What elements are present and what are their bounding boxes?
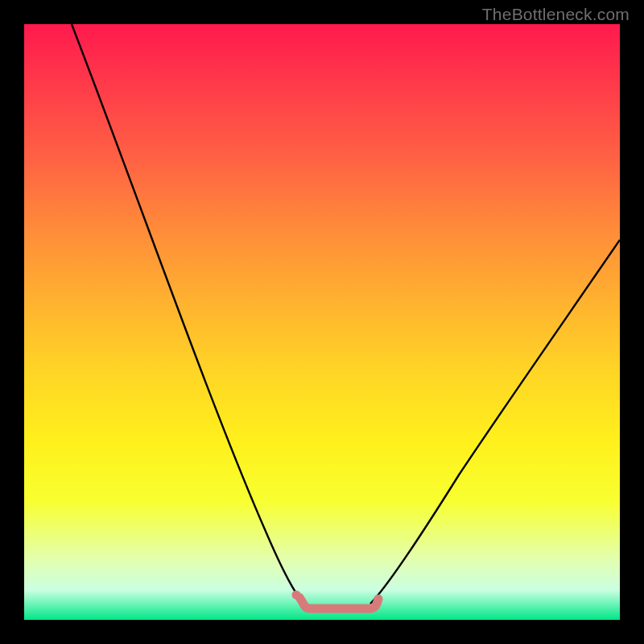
chart-frame: TheBottleneck.com	[0, 0, 644, 644]
plot-area	[24, 24, 620, 620]
right-curve	[370, 240, 620, 604]
bottom-flat-segment	[299, 597, 378, 609]
curve-layer	[24, 24, 620, 620]
bottom-flat-dot	[292, 591, 301, 600]
watermark-text: TheBottleneck.com	[482, 5, 630, 24]
left-curve	[72, 24, 304, 604]
